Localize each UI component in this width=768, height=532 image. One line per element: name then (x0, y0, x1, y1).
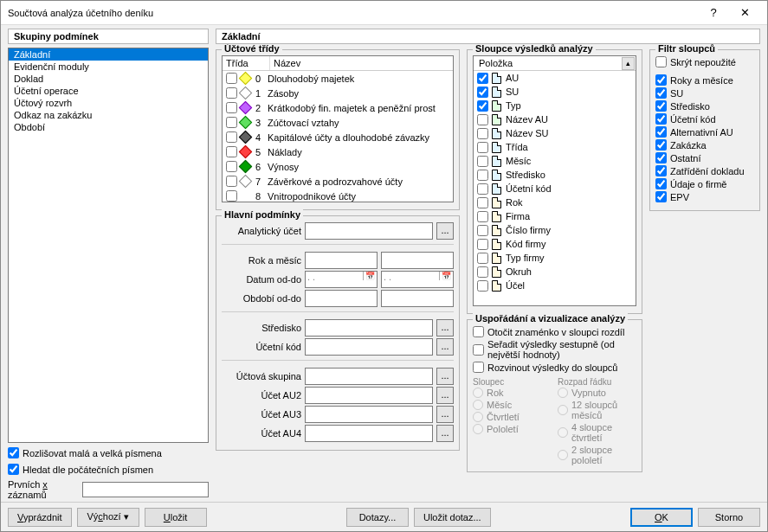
browse-button[interactable]: ... (436, 222, 454, 240)
column-checkbox[interactable] (477, 170, 488, 181)
column-item[interactable]: Měsíc (474, 154, 636, 168)
class-checkbox[interactable] (226, 161, 237, 172)
column-item[interactable]: Středisko (474, 168, 636, 182)
condition-input[interactable] (305, 425, 433, 442)
first-n-input[interactable] (82, 482, 209, 497)
account-classes-list[interactable]: TřídaNázev 0Dlouhodobý majetek1Zásoby2Kr… (222, 55, 454, 202)
calendar-icon[interactable]: 📅 (439, 272, 453, 280)
browse-button[interactable]: ... (436, 368, 454, 385)
condition-input[interactable] (305, 319, 433, 337)
column-item[interactable]: Typ firmy (474, 251, 636, 265)
queries-button[interactable]: Dotazy... (346, 508, 409, 527)
starts-with-checkbox[interactable] (8, 464, 19, 475)
filter-checkbox[interactable] (655, 152, 667, 163)
class-checkbox[interactable] (226, 190, 237, 202)
class-row[interactable]: 7Závěrkové a podrozvahové účty (223, 174, 453, 189)
save-button[interactable]: Uložit (145, 508, 207, 527)
column-item[interactable]: Rok (474, 195, 636, 209)
column-checkbox[interactable] (477, 128, 488, 139)
help-button[interactable]: ? (698, 6, 729, 19)
class-row[interactable]: 2Krátkodobý fin. majetek a peněžní prost (223, 100, 453, 115)
column-checkbox[interactable] (477, 239, 488, 250)
column-checkbox[interactable] (477, 114, 488, 125)
column-item[interactable]: Název AU (474, 112, 636, 126)
class-checkbox[interactable] (226, 176, 237, 187)
filter-checkbox[interactable] (655, 113, 667, 125)
class-checkbox[interactable] (226, 146, 237, 157)
case-sensitive-checkbox[interactable] (8, 447, 19, 458)
column-checkbox[interactable] (477, 183, 488, 195)
browse-button[interactable]: ... (436, 319, 454, 337)
column-checkbox[interactable] (477, 142, 488, 153)
condition-input-to[interactable] (381, 290, 454, 307)
browse-button[interactable]: ... (436, 387, 454, 404)
close-button[interactable]: ✕ (729, 6, 760, 19)
default-button[interactable]: Výchozí ▾ (77, 508, 139, 527)
column-item[interactable]: Třída (474, 140, 636, 154)
group-item[interactable]: Účetní operace (9, 85, 208, 97)
column-checkbox[interactable] (477, 197, 488, 208)
class-row[interactable]: 3Zúčtovací vztahy (223, 115, 453, 130)
condition-input-to[interactable] (381, 252, 454, 269)
filter-checkbox[interactable] (655, 139, 667, 151)
group-item[interactable]: Evidenční moduly (9, 61, 208, 73)
clear-button[interactable]: Vyprázdnit (8, 508, 72, 527)
class-checkbox[interactable] (226, 73, 237, 84)
column-item[interactable]: Účetní kód (474, 182, 636, 195)
column-checkbox[interactable] (477, 73, 488, 84)
filter-checkbox[interactable] (655, 126, 667, 138)
column-item[interactable]: Firma (474, 209, 636, 223)
column-item[interactable]: Název SU (474, 126, 636, 140)
class-row[interactable]: 5Náklady (223, 144, 453, 159)
condition-input[interactable] (305, 406, 433, 423)
class-checkbox[interactable] (226, 87, 237, 99)
filter-checkbox[interactable] (655, 87, 667, 99)
condition-input-from[interactable] (305, 252, 378, 269)
column-checkbox[interactable] (477, 211, 488, 222)
column-checkbox[interactable] (477, 225, 488, 236)
column-item[interactable]: Okruh (474, 265, 636, 279)
condition-input[interactable] (305, 368, 433, 385)
arrangement-checkbox[interactable] (473, 362, 484, 373)
column-checkbox[interactable] (477, 100, 488, 112)
column-item[interactable]: Typ (474, 99, 636, 112)
calendar-icon[interactable]: 📅 (363, 272, 377, 280)
condition-input[interactable] (305, 387, 433, 404)
column-item[interactable]: Účel (474, 279, 636, 292)
filter-checkbox[interactable] (655, 56, 667, 67)
condition-input-to[interactable]: . .📅 (381, 271, 454, 288)
cancel-button[interactable]: Storno (698, 508, 760, 527)
group-item[interactable]: Doklad (9, 73, 208, 85)
class-row[interactable]: 0Dlouhodobý majetek (223, 71, 453, 86)
class-row[interactable]: 6Výnosy (223, 159, 453, 174)
filter-checkbox[interactable] (655, 100, 667, 112)
scroll-up-icon[interactable]: ▴ (622, 57, 635, 70)
filter-checkbox[interactable] (655, 74, 667, 86)
filter-checkbox[interactable] (655, 191, 667, 202)
save-query-button[interactable]: Uložit dotaz... (414, 508, 491, 527)
condition-input-from[interactable]: . .📅 (305, 271, 378, 288)
column-item[interactable]: SU (474, 85, 636, 99)
column-checkbox[interactable] (477, 266, 488, 278)
class-row[interactable]: 4Kapitálové účty a dlouhodobé závazky (223, 130, 453, 144)
browse-button[interactable]: ... (436, 425, 454, 442)
group-item[interactable]: Odkaz na zakázku (9, 109, 208, 121)
class-row[interactable]: 1Zásoby (223, 86, 453, 100)
column-checkbox[interactable] (477, 87, 488, 98)
group-item[interactable]: Účtový rozvrh (9, 97, 208, 109)
column-checkbox[interactable] (477, 156, 488, 167)
filter-checkbox[interactable] (655, 178, 667, 189)
column-item[interactable]: AU (474, 71, 636, 85)
class-row[interactable]: 8Vnitropodnikové účty (223, 189, 453, 202)
column-checkbox[interactable] (477, 253, 488, 264)
browse-button[interactable]: ... (436, 338, 454, 356)
class-checkbox[interactable] (226, 117, 237, 128)
group-item[interactable]: Období (9, 121, 208, 133)
group-item[interactable]: Základní (9, 48, 208, 61)
class-checkbox[interactable] (226, 131, 237, 143)
result-columns-list[interactable]: ▴ Položka AUSUTypNázev AUNázev SUTřídaMě… (473, 55, 636, 306)
filter-checkbox[interactable] (655, 165, 667, 176)
groups-list[interactable]: ZákladníEvidenční modulyDokladÚčetní ope… (8, 48, 209, 443)
arrangement-checkbox[interactable] (473, 344, 484, 356)
column-checkbox[interactable] (477, 280, 488, 292)
